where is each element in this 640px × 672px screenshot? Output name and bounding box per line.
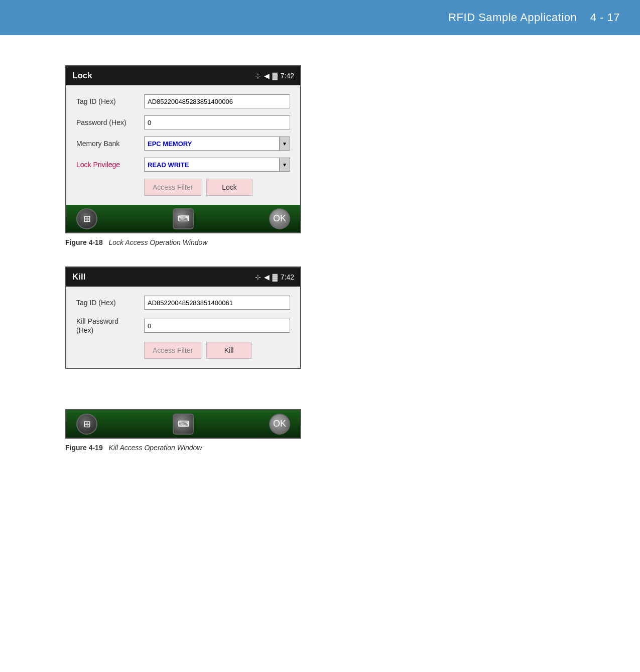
kill-windows-icon: ⊞ [83, 419, 91, 430]
lock-privilege-row: Lock Privilege READ WRITE ▼ [76, 158, 290, 172]
memory-bank-row: Memory Bank EPC MEMORY ▼ [76, 137, 290, 151]
kill-keyboard-icon: ⌨ [178, 419, 189, 429]
lock-access-filter-button[interactable]: Access Filter [144, 179, 201, 196]
figure1-number: Figure 4-18 [65, 238, 103, 246]
memory-bank-select-wrapper: EPC MEMORY ▼ [144, 137, 290, 151]
lock-buttons-row: Access Filter Lock [76, 179, 290, 196]
keyboard-icon: ⌨ [178, 214, 189, 223]
kill-action-button[interactable]: Kill [206, 342, 251, 359]
header-bar: RFID Sample Application 4 - 17 [0, 0, 640, 35]
header-title: RFID Sample Application 4 - 17 [448, 11, 620, 24]
memory-bank-dropdown-arrow: ▼ [279, 137, 290, 151]
kill-buttons-row: Access Filter Kill [76, 342, 290, 359]
network-icon: ⊹ [255, 72, 261, 80]
kill-tag-id-label: Tag ID (Hex) [76, 299, 144, 307]
lock-privilege-label: Lock Privilege [76, 161, 144, 169]
kill-title: Kill [72, 272, 85, 282]
memory-bank-label: Memory Bank [76, 140, 144, 148]
tag-id-row: Tag ID (Hex) [76, 94, 290, 108]
kill-ok-label: OK [273, 419, 286, 429]
figure1-caption: Figure 4-18 Lock Access Operation Window [65, 238, 640, 246]
volume-icon: ◀ [264, 72, 270, 80]
tag-id-label: Tag ID (Hex) [76, 97, 144, 105]
lock-privilege-select[interactable]: READ WRITE [144, 158, 290, 172]
kill-battery-icon: ▓ [273, 273, 278, 281]
page-number: 4 - 17 [590, 11, 620, 24]
app-title: RFID Sample Application [448, 11, 577, 24]
kill-network-icon: ⊹ [255, 273, 261, 281]
kill-keyboard-button[interactable]: ⌨ [173, 414, 194, 435]
lock-form: Tag ID (Hex) Password (Hex) Memory Bank … [66, 85, 300, 205]
kill-windows-button[interactable]: ⊞ [76, 414, 97, 435]
lock-titlebar-icons: ⊹ ◀ ▓ 7:42 [255, 72, 294, 80]
lock-title: Lock [72, 71, 92, 81]
windows-icon: ⊞ [83, 213, 91, 224]
password-input[interactable] [144, 115, 290, 129]
password-label: Password (Hex) [76, 118, 144, 126]
kill-tag-id-input[interactable] [144, 296, 290, 310]
kill-volume-icon: ◀ [264, 273, 270, 281]
lock-action-button[interactable]: Lock [206, 179, 252, 196]
kill-ok-button[interactable]: OK [269, 414, 290, 435]
kill-taskbar: ⊞ ⌨ OK [66, 410, 300, 438]
lock-window-screenshot: Lock ⊹ ◀ ▓ 7:42 Tag ID (Hex) Password (H… [65, 65, 301, 233]
kill-password-label: Kill Password (Hex) [76, 317, 144, 335]
kill-access-filter-button[interactable]: Access Filter [144, 342, 201, 359]
kill-password-input[interactable] [144, 319, 290, 333]
clock: 7:42 [281, 72, 294, 80]
kill-window-screenshot: Kill ⊹ ◀ ▓ 7:42 Tag ID (Hex) Kill Passwo… [65, 266, 301, 369]
ok-button[interactable]: OK [269, 208, 290, 229]
figure2-caption: Figure 4-19 Kill Access Operation Window [65, 444, 640, 452]
memory-bank-select[interactable]: EPC MEMORY [144, 137, 290, 151]
kill-password-row: Kill Password (Hex) [76, 317, 290, 335]
windows-button[interactable]: ⊞ [76, 208, 97, 229]
kill-titlebar: Kill ⊹ ◀ ▓ 7:42 [66, 267, 300, 287]
kill-taskbar-screenshot: ⊞ ⌨ OK [65, 409, 301, 439]
lock-titlebar: Lock ⊹ ◀ ▓ 7:42 [66, 66, 300, 85]
tag-id-input[interactable] [144, 94, 290, 108]
lock-privilege-dropdown-arrow: ▼ [279, 158, 290, 172]
lock-privilege-select-wrapper: READ WRITE ▼ [144, 158, 290, 172]
figure2-number: Figure 4-19 [65, 444, 103, 452]
figure2-caption-text: Kill Access Operation Window [108, 444, 202, 452]
kill-form: Tag ID (Hex) Kill Password (Hex) Access … [66, 287, 300, 368]
spacer [65, 369, 640, 409]
kill-tag-id-row: Tag ID (Hex) [76, 296, 290, 310]
ok-label: OK [273, 213, 286, 224]
main-content: Lock ⊹ ◀ ▓ 7:42 Tag ID (Hex) Password (H… [0, 35, 640, 492]
kill-clock: 7:42 [281, 273, 294, 281]
keyboard-button[interactable]: ⌨ [173, 208, 194, 229]
lock-taskbar: ⊞ ⌨ OK [66, 205, 300, 232]
figure1-caption-text: Lock Access Operation Window [108, 238, 207, 246]
password-row: Password (Hex) [76, 115, 290, 129]
kill-titlebar-icons: ⊹ ◀ ▓ 7:42 [255, 273, 294, 281]
battery-icon: ▓ [273, 72, 278, 80]
